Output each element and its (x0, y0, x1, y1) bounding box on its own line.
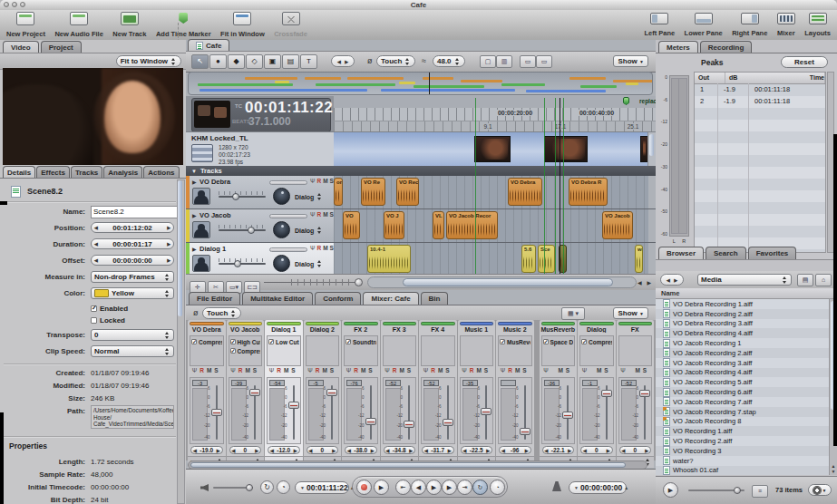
file-list-item[interactable]: VO Jacob Recording 8 (656, 417, 837, 427)
left-pane-tab[interactable]: Video (3, 41, 39, 53)
show-select[interactable]: Show ▼ (613, 55, 648, 67)
audio-clip[interactable]: VO Debra R (569, 178, 608, 206)
pane-toggle-button[interactable]: Right Pane (732, 12, 767, 37)
file-list-item[interactable]: VO Recording 2.aiff (656, 436, 837, 446)
effects-slots[interactable] (421, 335, 455, 366)
mute-button[interactable]: M (323, 178, 329, 184)
punch-button[interactable]: ◔ (490, 480, 505, 495)
track-lane[interactable]: 10.4-15.6Scewa (334, 243, 648, 276)
effect-row[interactable]: Compres (230, 346, 261, 355)
blade-all-tool-icon[interactable]: ◇ (246, 54, 263, 69)
computer-button[interactable]: ▤ (797, 274, 813, 286)
effect-row[interactable]: MusReve (500, 337, 530, 346)
effects-slots[interactable] (618, 335, 653, 366)
playhead[interactable] (560, 98, 560, 274)
mute-button[interactable]: M (323, 211, 329, 218)
timeline-horizontal-scrollbar[interactable] (367, 276, 637, 288)
detail-tab[interactable]: Actions (143, 166, 179, 179)
automation-mode-select[interactable]: Touch (376, 55, 415, 67)
solo-button[interactable]: S (522, 367, 529, 373)
file-list-item[interactable]: Whoosh 01.caf (656, 466, 837, 475)
pane-toggle-button[interactable]: Mixer (777, 12, 795, 37)
arm-antenna-icon[interactable]: Ψ (543, 367, 550, 373)
effect-row[interactable]: Compres (581, 337, 612, 346)
peaks-column-header[interactable]: Time (806, 73, 825, 83)
file-list-item[interactable]: VO Jacob Recording 7.stap (656, 407, 837, 417)
effect-row[interactable]: Compres (191, 337, 222, 346)
pan-knob[interactable] (273, 221, 290, 238)
peaks-column-header[interactable]: Out (695, 73, 725, 83)
project-tab[interactable]: Cafe (188, 39, 229, 52)
arm-antenna-icon[interactable]: Ψ (307, 367, 315, 373)
mute-button[interactable]: M (635, 367, 642, 373)
mute-button[interactable]: M (323, 245, 329, 251)
disclosure-triangle-icon[interactable]: ▶ (192, 179, 197, 185)
file-list-item[interactable]: VO Debra Recording 2.aiff (656, 309, 837, 319)
track-output-select[interactable]: Dialog (295, 191, 331, 202)
effect-enabled-checkbox[interactable] (268, 339, 274, 344)
volume-slider[interactable] (219, 229, 266, 231)
toolbar-button[interactable]: New Track (112, 12, 146, 38)
reset-peaks-button[interactable]: Reset (781, 56, 828, 68)
level-stepper[interactable]: 0 (307, 446, 339, 454)
effects-slots[interactable]: Low Cut (267, 335, 301, 366)
peaks-column-header[interactable]: dB (725, 73, 806, 83)
record-enable-button[interactable]: R (431, 367, 438, 373)
file-list-item[interactable]: VO Jacob Recording 6.aiff (656, 387, 837, 397)
effects-slots[interactable]: Compres (579, 335, 614, 366)
playhead-timecode-field[interactable]: ▼00:01:11:22▲ (295, 481, 349, 494)
effect-row[interactable]: Space De (543, 337, 574, 346)
solo-button[interactable]: S (484, 367, 491, 373)
decrement-icon[interactable] (94, 225, 98, 230)
audio-clip[interactable]: VO Re (361, 178, 385, 206)
monitor-button[interactable]: ◔ (277, 480, 290, 494)
level-stepper[interactable]: -22.5 (461, 446, 493, 454)
video-track-scrollbar[interactable] (647, 132, 656, 167)
disclosure-triangle-icon[interactable]: ▼ (191, 169, 197, 174)
level-stepper[interactable]: -96 (499, 446, 531, 454)
track-lane[interactable]: VOVO JVLVO Jacob RecorVO Jacob (334, 209, 648, 242)
volume-fader[interactable] (326, 389, 337, 396)
audio-clip[interactable]: VO J (384, 211, 404, 239)
effect-row[interactable]: Soundtra (346, 337, 376, 346)
arm-antenna-icon[interactable]: Ψ (501, 367, 508, 373)
effects-slots[interactable]: MusReve (498, 335, 532, 366)
go-to-end-button[interactable]: ⇥ (457, 480, 472, 495)
zoom-slider[interactable] (264, 278, 362, 286)
volume-fader[interactable] (404, 421, 414, 428)
arm-antenna-icon[interactable]: Ψ (269, 367, 277, 373)
track-output-select[interactable]: Dialog (295, 258, 331, 269)
lower-pane-tab[interactable]: Multitake Editor (242, 292, 313, 305)
lower-pane-tab[interactable]: Mixer: Cafe (363, 292, 418, 305)
play-button[interactable]: ▶ (374, 480, 389, 495)
video-track-lane[interactable] (334, 132, 648, 167)
level-stepper[interactable]: 0 (229, 446, 262, 454)
level-stepper[interactable]: 0 (619, 446, 652, 454)
step-back-button[interactable]: ◀ (411, 480, 426, 495)
solo-button[interactable]: S (214, 367, 220, 373)
effect-enabled-checkbox[interactable] (230, 348, 236, 354)
increment-icon[interactable] (167, 225, 170, 230)
track-lane[interactable]: orVO ReVO RecVO DebraVO Debra R (334, 176, 648, 208)
file-list-item[interactable]: VO Recording 3 (656, 446, 837, 456)
solo-button[interactable]: S (407, 367, 414, 373)
overview-playhead[interactable] (429, 73, 430, 94)
arm-antenna-icon[interactable]: Ψ (230, 367, 238, 373)
solo-button[interactable]: S (368, 367, 375, 373)
file-list-item[interactable]: VO Debra Recording 3.aiff (656, 319, 837, 329)
pane-toggle-button[interactable]: Left Pane (644, 12, 675, 37)
mute-button[interactable]: M (245, 367, 252, 373)
pane-toggle-button[interactable]: Lower Pane (685, 12, 723, 37)
volume-slider-thumb[interactable] (234, 260, 241, 267)
solo-button[interactable]: S (291, 367, 297, 373)
browser-tab[interactable]: Browser (658, 247, 704, 259)
file-list-item[interactable]: VO Jacob Recording 1 (656, 338, 837, 348)
audio-clip[interactable]: Sce (538, 245, 555, 273)
track-layout-button[interactable]: ▭ (520, 55, 536, 68)
volume-fader[interactable] (443, 419, 453, 426)
arm-antenna-icon[interactable]: Ψ (582, 367, 589, 373)
volume-fader[interactable] (211, 409, 222, 416)
disclosure-triangle-icon[interactable]: ▶ (192, 246, 197, 252)
strip-view-select[interactable]: ▦ ▾ (561, 307, 585, 320)
effects-slots[interactable]: Soundtra (344, 335, 378, 366)
